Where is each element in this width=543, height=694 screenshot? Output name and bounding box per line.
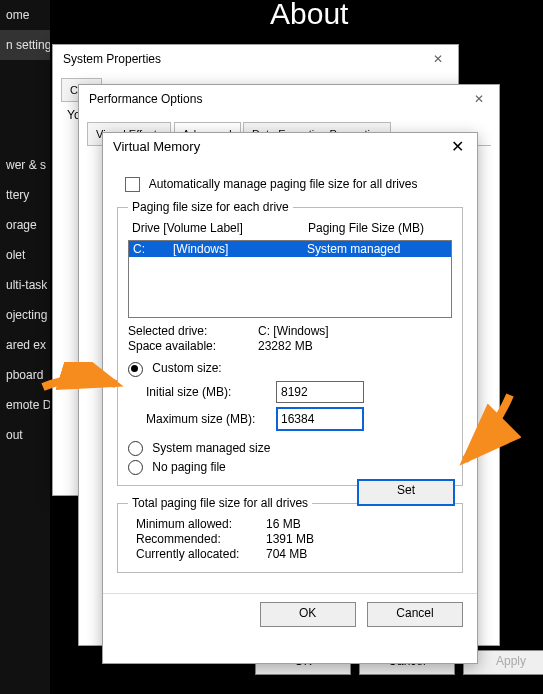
radio-icon[interactable] — [128, 441, 143, 456]
col-pfs: Paging File Size (MB) — [308, 221, 448, 235]
auto-manage-label: Automatically manage paging file size fo… — [149, 177, 418, 191]
virtual-memory-dialog: Virtual Memory ✕ Automatically manage pa… — [102, 132, 478, 664]
sidebar-item[interactable]: emote Desktop — [0, 390, 50, 420]
custom-size-radio[interactable]: Custom size: — [128, 361, 452, 376]
max-size-label: Maximum size (MB): — [146, 412, 276, 426]
cancel-button[interactable]: Cancel — [367, 602, 463, 627]
cur-value: 704 MB — [266, 547, 307, 561]
max-size-input[interactable] — [276, 407, 364, 431]
min-label: Minimum allowed: — [136, 517, 266, 531]
totals-group: Total paging file size for all drives Mi… — [117, 496, 463, 573]
drive-list[interactable]: C: [Windows] System managed — [128, 240, 452, 318]
sidebar-item[interactable]: olet — [0, 240, 50, 270]
settings-sidebar: ome n setting wer & s ttery orage olet u… — [0, 0, 50, 694]
close-icon[interactable]: ✕ — [418, 45, 458, 73]
sidebar-item[interactable]: pboard — [0, 360, 50, 390]
sidebar-item[interactable]: ttery — [0, 180, 50, 210]
window-title: System Properties — [53, 45, 458, 73]
auto-manage-row[interactable]: Automatically manage paging file size fo… — [125, 177, 463, 192]
group-legend: Paging file size for each drive — [128, 200, 293, 214]
col-drive: Drive [Volume Label] — [132, 221, 308, 235]
space-value: 23282 MB — [258, 339, 313, 353]
ok-button[interactable]: OK — [260, 602, 356, 627]
min-value: 16 MB — [266, 517, 301, 531]
cur-label: Currently allocated: — [136, 547, 266, 561]
drive-list-header: Drive [Volume Label] Paging File Size (M… — [128, 220, 452, 236]
sidebar-item[interactable]: n setting — [0, 30, 50, 60]
sidebar-item[interactable]: ulti-task — [0, 270, 50, 300]
sidebar-item[interactable]: ome — [0, 0, 50, 30]
sidebar-item[interactable]: wer & s — [0, 150, 50, 180]
sidebar-item[interactable]: ared ex — [0, 330, 50, 360]
system-managed-label: System managed size — [152, 441, 270, 455]
drive-label: [Windows] — [173, 242, 307, 256]
set-button[interactable]: Set — [357, 479, 455, 506]
initial-size-input[interactable] — [276, 381, 364, 403]
sidebar-item[interactable]: out — [0, 420, 50, 450]
system-managed-radio[interactable]: System managed size — [128, 441, 452, 456]
initial-size-label: Initial size (MB): — [146, 385, 276, 399]
window-title: Virtual Memory — [103, 133, 477, 161]
radio-icon[interactable] — [128, 460, 143, 475]
selected-drive-value: C: [Windows] — [258, 324, 329, 338]
close-icon[interactable]: ✕ — [459, 85, 499, 113]
about-header: About — [270, 0, 348, 31]
drive-letter: C: — [133, 242, 173, 256]
drive-group: Paging file size for each drive Drive [V… — [117, 200, 463, 486]
window-title: Performance Options — [79, 85, 499, 113]
sidebar-item[interactable]: orage — [0, 210, 50, 240]
no-paging-radio[interactable]: No paging file — [128, 460, 452, 475]
checkbox-icon[interactable] — [125, 177, 140, 192]
radio-icon[interactable] — [128, 362, 143, 377]
group-legend: Total paging file size for all drives — [128, 496, 312, 510]
no-paging-label: No paging file — [152, 460, 225, 474]
dialog-buttons: OK Cancel — [103, 593, 477, 635]
rec-value: 1391 MB — [266, 532, 314, 546]
custom-size-label: Custom size: — [152, 361, 221, 375]
drive-row-selected[interactable]: C: [Windows] System managed — [129, 241, 451, 257]
selected-drive-label: Selected drive: — [128, 324, 258, 338]
space-label: Space available: — [128, 339, 258, 353]
close-icon[interactable]: ✕ — [437, 133, 477, 161]
rec-label: Recommended: — [136, 532, 266, 546]
sidebar-item[interactable]: ojecting — [0, 300, 50, 330]
drive-pfs: System managed — [307, 242, 447, 256]
